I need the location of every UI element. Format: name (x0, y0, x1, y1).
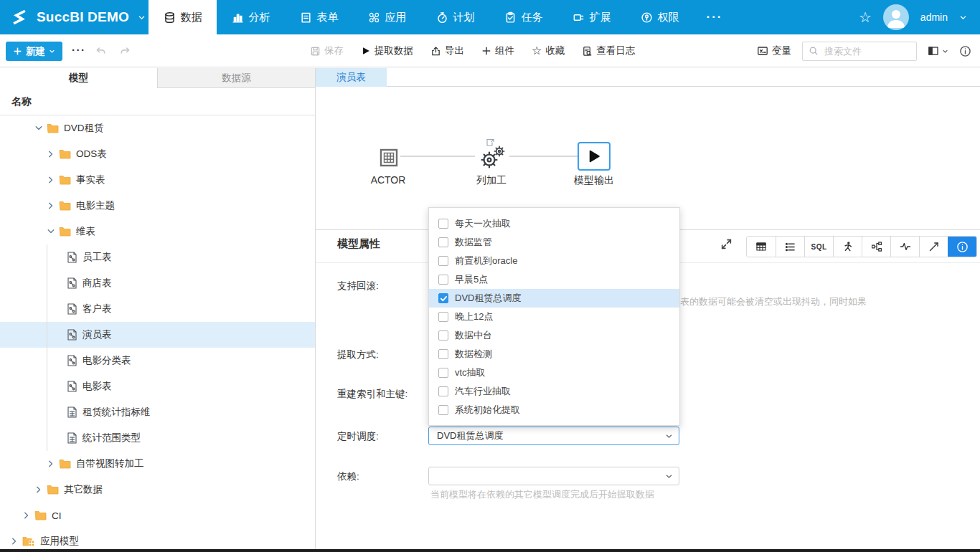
model-file-icon (67, 303, 77, 315)
variable-button[interactable]: 变量 (757, 44, 791, 57)
depend-select[interactable] (428, 467, 679, 485)
chevron-right-icon[interactable] (10, 537, 19, 546)
play-node-icon (586, 148, 602, 164)
pulse-button[interactable] (890, 237, 919, 257)
chevron-right-icon[interactable] (47, 150, 55, 158)
tree-item-电影分类表[interactable]: 电影分类表 (0, 348, 315, 373)
tree-item-DVD租赁[interactable]: DVD租赁 (0, 115, 315, 141)
checkbox[interactable] (438, 349, 448, 359)
checkbox[interactable] (438, 405, 448, 415)
tree-item-员工表[interactable]: 员工表 (0, 244, 315, 270)
tree-item-商店表[interactable]: 商店表 (0, 270, 315, 296)
save-button[interactable]: 保存 (310, 44, 344, 57)
model-output-node[interactable] (578, 142, 611, 171)
checkbox[interactable] (438, 293, 448, 303)
toolbar-more-button[interactable]: ··· (72, 44, 86, 56)
new-button[interactable]: 新建 (6, 42, 62, 61)
tree-item-其它数据[interactable]: 其它数据 (0, 477, 315, 503)
tree-item-事实表[interactable]: 事实表 (0, 167, 315, 193)
checkbox[interactable] (438, 330, 448, 341)
tab-datasource[interactable]: 数据源 (157, 68, 315, 87)
flow-connector (400, 156, 475, 157)
dropdown-option-晚上12点[interactable]: 晚上12点 (429, 308, 679, 326)
table-view-button[interactable] (747, 237, 776, 257)
search-box[interactable] (802, 42, 917, 61)
extract-data-button[interactable]: 提取数据 (361, 44, 413, 57)
chevron-down-icon[interactable] (959, 14, 967, 22)
checkbox[interactable] (438, 219, 448, 229)
chevron-down-icon[interactable] (34, 124, 43, 133)
info-icon[interactable] (959, 45, 971, 57)
tree-item-租赁统计指标维[interactable]: 租赁统计指标维 (0, 399, 315, 425)
trend-button[interactable] (919, 237, 948, 257)
chevron-right-icon[interactable] (22, 511, 31, 520)
list-view-button[interactable] (776, 237, 804, 257)
chevron-right-icon[interactable] (47, 176, 55, 184)
favorite-button[interactable]: ☆ 收藏 (532, 44, 565, 57)
tree-item-客户表[interactable]: 客户表 (0, 296, 315, 322)
gear-node-icon[interactable] (477, 142, 509, 171)
nav-item-表单[interactable]: 表单 (285, 0, 353, 34)
relation-graph-button[interactable] (862, 237, 890, 257)
checkbox[interactable] (438, 237, 448, 247)
chevron-right-icon[interactable] (34, 485, 43, 494)
dropdown-option-vtc抽取[interactable]: vtc抽取 (429, 363, 679, 382)
component-button[interactable]: 组件 (481, 44, 514, 57)
undo-icon[interactable] (95, 45, 107, 57)
layout-toggle-button[interactable] (928, 45, 948, 57)
dropdown-option-前置机到oracle[interactable]: 前置机到oracle (429, 252, 679, 270)
export-button[interactable]: 导出 (430, 44, 464, 57)
dropdown-option-系统初始化提取[interactable]: 系统初始化提取 (429, 401, 679, 419)
panel-tool-group: SQL (746, 236, 977, 257)
nav-item-数据[interactable]: 数据 (149, 0, 217, 34)
info-button[interactable] (948, 237, 976, 257)
avatar[interactable] (883, 4, 909, 30)
checkbox[interactable] (438, 386, 448, 396)
tree-item-ODS表[interactable]: ODS表 (0, 141, 315, 167)
tree-item-CI[interactable]: CI (0, 503, 315, 528)
schedule-select[interactable]: DVD租赁总调度 (428, 427, 679, 445)
list-view-icon (785, 242, 796, 252)
tree-item-电影主题[interactable]: 电影主题 (0, 193, 315, 219)
sql-view-button[interactable]: SQL (804, 237, 833, 257)
nav-item-分析[interactable]: 分析 (217, 0, 285, 34)
dropdown-option-数据中台[interactable]: 数据中台 (429, 326, 679, 345)
nav-item-权限[interactable]: 权限 (626, 0, 694, 34)
nav-item-扩展[interactable]: 扩展 (557, 0, 626, 34)
username[interactable]: admin (920, 11, 948, 23)
tree-item-维表[interactable]: 维表 (0, 219, 315, 244)
nav-item-计划[interactable]: 计划 (421, 0, 489, 34)
dropdown-option-label: 数据检测 (455, 348, 492, 361)
lineage-button[interactable] (833, 237, 862, 257)
checkbox[interactable] (438, 275, 448, 285)
nav-item-应用[interactable]: 应用 (353, 0, 421, 34)
tab-model[interactable]: 模型 (0, 68, 157, 88)
expand-icon[interactable] (720, 238, 732, 250)
tree-item-统计范围类型[interactable]: 统计范围类型 (0, 425, 315, 451)
dropdown-option-汽车行业抽取[interactable]: 汽车行业抽取 (429, 382, 679, 401)
checkbox[interactable] (438, 368, 448, 378)
dropdown-option-早晨5点[interactable]: 早晨5点 (429, 270, 679, 289)
tree-item-演员表[interactable]: 演员表 (0, 322, 315, 348)
checkbox[interactable] (438, 256, 448, 266)
chevron-right-icon[interactable] (47, 460, 55, 468)
checkbox[interactable] (438, 312, 448, 322)
dropdown-option-数据监管[interactable]: 数据监管 (429, 233, 679, 252)
view-log-button[interactable]: 查看日志 (582, 44, 635, 57)
brand[interactable]: SuccBI DEMO (0, 7, 149, 27)
chevron-down-icon[interactable] (47, 227, 55, 236)
table-node-icon[interactable] (380, 148, 398, 167)
redo-icon[interactable] (119, 45, 131, 57)
tree-item-电影表[interactable]: 电影表 (0, 373, 315, 399)
tree-item-自带视图转加工[interactable]: 自带视图转加工 (0, 451, 315, 477)
tree-item-label: 客户表 (83, 303, 112, 315)
nav-more-button[interactable]: ··· (694, 10, 735, 24)
dropdown-option-数据检测[interactable]: 数据检测 (429, 345, 679, 363)
dropdown-option-DVD租赁总调度[interactable]: DVD租赁总调度 (429, 289, 679, 308)
search-input[interactable] (823, 45, 905, 57)
chevron-right-icon[interactable] (47, 201, 55, 210)
favorite-star-icon[interactable]: ☆ (859, 10, 872, 24)
tab-actor-table[interactable]: 演员表 (316, 68, 387, 87)
dropdown-option-每天一次抽取[interactable]: 每天一次抽取 (429, 214, 679, 233)
nav-item-任务[interactable]: 任务 (489, 0, 557, 34)
